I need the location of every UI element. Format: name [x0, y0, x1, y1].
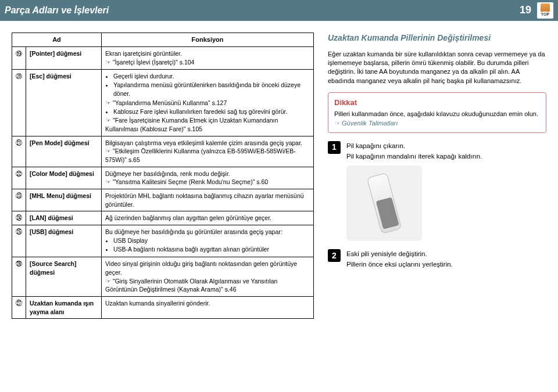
- battery-cover-icon: [376, 197, 399, 230]
- table-row: ㉔ [LAN] düğmesi Ağ üzerinden bağlanmış o…: [12, 211, 314, 225]
- row-num: ㉖: [16, 260, 22, 267]
- caution-link: ☞ Güvenlik Talimatları: [334, 119, 540, 128]
- cross-ref: ☞ "İşaretçi İşlevi (İşaretçi)" s.104: [105, 59, 194, 66]
- step-line2: Pillerin önce eksi uçlarını yerleştirin.: [346, 260, 546, 269]
- part-name: [Esc] düğmesi: [26, 69, 102, 136]
- step-body: Eski pili yenisiyle değiştirin. Pillerin…: [346, 249, 546, 270]
- step: 1 Pil kapağını çıkarın. Pil kapağının ma…: [328, 141, 546, 241]
- part-func: Bilgisayarı çalıştırma veya etkileşimli …: [102, 136, 314, 167]
- section-title: Uzaktan Kumanda Pillerinin Değiştirilmes…: [328, 33, 546, 44]
- step-line1: Pil kapağını çıkarın.: [346, 141, 546, 150]
- part-func: Ağ üzerinden bağlanmış olan aygıttan gel…: [102, 211, 314, 225]
- content-area: Ad Fonksiyon ⑲ [Pointer] düğmesi Ekran i…: [0, 21, 558, 319]
- part-func: Geçerli işlevi durdurur. Yapılandırma me…: [102, 69, 314, 136]
- page-header: Parça Adları ve İşlevleri 19 TOP: [0, 0, 558, 21]
- remote-icon: [367, 172, 402, 234]
- step-line2: Pil kapağının mandalını iterek kapağı ka…: [346, 152, 546, 161]
- part-name: [Color Mode] düğmesi: [26, 167, 102, 189]
- row-num: ㉔: [16, 214, 22, 221]
- step-number-1: 1: [328, 141, 341, 154]
- header-right: 19 TOP: [520, 2, 553, 19]
- caution-box: Dikkat Pilleri kullanmadan önce, aşağıda…: [328, 92, 546, 133]
- table-row: ㉕ [USB] düğmesi Bu düğmeye her basıldığı…: [12, 225, 314, 257]
- table-row: ㉒ [Color Mode] düğmesi Düğmeye her basıl…: [12, 167, 314, 189]
- table-row: ⑲ [Pointer] düğmesi Ekran işaretçisini g…: [12, 47, 314, 69]
- row-num: ㉕: [16, 228, 22, 235]
- page-title: Parça Adları ve İşlevleri: [5, 4, 109, 17]
- top-logo: TOP: [537, 2, 553, 19]
- step-body: Pil kapağını çıkarın. Pil kapağının mand…: [346, 141, 546, 241]
- part-func: Video sinyal girişinin olduğu giriş bağl…: [102, 257, 314, 297]
- caution-title: Dikkat: [334, 98, 540, 108]
- remote-illustration: [346, 166, 422, 241]
- table-row: ㉖ [Source Search] düğmesi Video sinyal g…: [12, 257, 314, 297]
- part-func: Uzaktan kumanda sinyallerini gönderir.: [102, 296, 314, 318]
- step: 2 Eski pili yenisiyle değiştirin. Piller…: [328, 249, 546, 270]
- right-column: Uzaktan Kumanda Pillerinin Değiştirilmes…: [328, 33, 546, 319]
- left-column: Ad Fonksiyon ⑲ [Pointer] düğmesi Ekran i…: [12, 33, 314, 319]
- step-number-2: 2: [328, 249, 341, 262]
- cross-ref: ☞ "Etkileşim Özelliklerini Kullanma (yal…: [105, 148, 296, 163]
- parts-table: Ad Fonksiyon ⑲ [Pointer] düğmesi Ekran i…: [12, 33, 314, 319]
- row-num: ㉑: [16, 139, 22, 146]
- part-name: [Pen Mode] düğmesi: [26, 136, 102, 167]
- part-func: Projektörün MHL bağlantı noktasına bağla…: [102, 189, 314, 211]
- part-name: [Source Search] düğmesi: [26, 257, 102, 297]
- page-number: 19: [520, 3, 531, 17]
- col-func-header: Fonksiyon: [102, 33, 314, 47]
- row-num: ㉗: [16, 300, 22, 307]
- caution-text: Pilleri kullanmadan önce, aşağıdaki kıla…: [334, 110, 540, 118]
- table-row: ㉓ [MHL Menu] düğmesi Projektörün MHL bağ…: [12, 189, 314, 211]
- step-line1: Eski pili yenisiyle değiştirin.: [346, 249, 546, 258]
- table-row: ㉑ [Pen Mode] düğmesi Bilgisayarı çalıştı…: [12, 136, 314, 167]
- col-name-header: Ad: [12, 33, 102, 47]
- table-row: ⑳ [Esc] düğmesi Geçerli işlevi durdurur.…: [12, 69, 314, 136]
- cross-ref: ☞ "Yansıtma Kalitesini Seçme (Renk Modu'…: [105, 178, 268, 185]
- part-func: Bu düğmeye her basıldığında şu görüntüle…: [102, 225, 314, 257]
- logo-text: TOP: [541, 12, 549, 17]
- cross-ref: ☞ "Fare İşaretçisine Kumanda Etmek için …: [105, 116, 310, 133]
- row-num: ㉒: [16, 170, 22, 177]
- part-name: [MHL Menu] düğmesi: [26, 189, 102, 211]
- row-num: ⑳: [16, 73, 22, 80]
- part-func: Ekran işaretçisini görüntüler. ☞ "İşaret…: [102, 47, 314, 69]
- home-icon: [541, 3, 550, 12]
- row-num: ⑲: [16, 50, 22, 57]
- part-name: [Pointer] düğmesi: [26, 47, 102, 69]
- section-paragraph: Eğer uzaktan kumanda bir süre kullanıldı…: [328, 50, 546, 86]
- part-name: [LAN] düğmesi: [26, 211, 102, 225]
- row-num: ㉓: [16, 192, 22, 199]
- cross-ref: ☞ "Giriş Sinyallerinin Otomatik Olarak A…: [105, 278, 277, 293]
- table-row: ㉗ Uzaktan kumanda ışın yayma alanı Uzakt…: [12, 296, 314, 318]
- part-name: Uzaktan kumanda ışın yayma alanı: [26, 296, 102, 318]
- part-name: [USB] düğmesi: [26, 225, 102, 257]
- part-func: Düğmeye her basıldığında, renk modu deği…: [102, 167, 314, 189]
- cross-ref: ☞ "Yapılandırma Menüsünü Kullanma" s.127: [105, 99, 310, 107]
